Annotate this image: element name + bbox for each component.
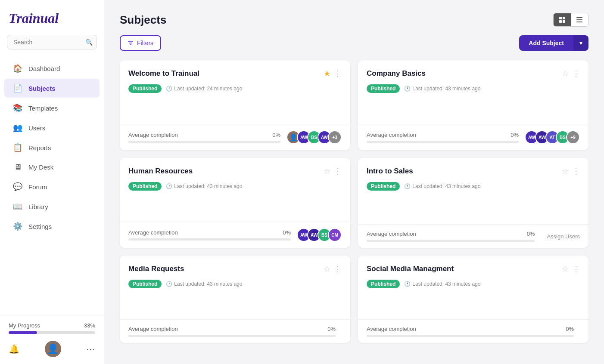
completion-pct: 0% (272, 132, 280, 138)
sidebar-item-forum[interactable]: 💬 Forum (4, 177, 100, 196)
sidebar: Trainual 🔍 🏠 Dashboard 📄 Subjects 📚 Temp… (0, 0, 104, 364)
card-icons: ☆ ⋮ (324, 167, 342, 176)
filters-button[interactable]: Filters (120, 35, 161, 51)
logo: Trainual (0, 0, 104, 35)
more-options-icon[interactable]: ⋮ (572, 69, 580, 78)
my-progress-pct: 33% (84, 322, 95, 329)
card-title: Company Basics (367, 69, 426, 78)
card-title-row: Human Resources ☆ ⋮ (128, 167, 342, 176)
subjects-icon: 📄 (13, 83, 22, 93)
library-icon: 📖 (13, 202, 22, 211)
clock-icon: 🕐 (404, 183, 411, 189)
status-badge: Published (128, 182, 162, 191)
card-top: Company Basics ☆ ⋮ Published 🕐 Last upda… (358, 60, 588, 124)
card-title-row: Company Basics ☆ ⋮ (367, 69, 580, 78)
card-top: Welcome to Trainual ★ ⋮ Published 🕐 Last… (120, 60, 350, 124)
avatars-group: 👤AWBSAW+3 (286, 130, 342, 144)
card-title: Intro to Sales (367, 167, 413, 176)
progress-bar-bg (9, 331, 95, 334)
card-bottom: Average completion 0% (358, 319, 588, 343)
forum-icon: 💬 (13, 182, 22, 191)
clock-icon: 🕐 (166, 86, 172, 92)
sidebar-item-subjects[interactable]: 📄 Subjects (4, 79, 100, 98)
main-content: Subjects Filters Add Subject ▾ Welcome (104, 0, 604, 364)
subject-card: Human Resources ☆ ⋮ Published 🕐 Last upd… (120, 158, 350, 248)
search-input[interactable] (7, 35, 97, 49)
dashboard-icon: 🏠 (13, 64, 22, 73)
completion-section: Average completion 0% (128, 132, 280, 143)
sidebar-item-dashboard[interactable]: 🏠 Dashboard (4, 59, 100, 78)
completion-section: Average completion 0% (367, 326, 574, 337)
last-updated: 🕐 Last updated: 43 minutes ago (404, 86, 480, 92)
completion-section: Average completion 0% (128, 326, 336, 337)
completion-label: Average completion (367, 326, 416, 332)
completion-bar-bg (367, 335, 574, 337)
card-title: Welcome to Trainual (128, 69, 199, 78)
more-options-icon[interactable]: ⋮ (572, 167, 580, 176)
last-updated: 🕐 Last updated: 43 minutes ago (166, 183, 242, 189)
sidebar-item-label: Users (28, 124, 45, 132)
user-avatar[interactable]: 👤 (45, 341, 61, 357)
star-icon[interactable]: ☆ (562, 264, 569, 274)
sidebar-item-label: Templates (28, 105, 58, 112)
card-top: Social Media Managment ☆ ⋮ Published 🕐 L… (358, 256, 588, 319)
sidebar-item-reports[interactable]: 📋 Reports (4, 138, 100, 157)
more-options-icon[interactable]: ⋮ (334, 167, 342, 176)
sidebar-item-users[interactable]: 👥 Users (4, 118, 100, 137)
view-toggle (553, 13, 588, 27)
completion-pct: 0% (511, 132, 519, 138)
star-icon[interactable]: ☆ (324, 167, 330, 176)
settings-icon: ⚙️ (13, 222, 22, 231)
add-subject-button[interactable]: Add Subject (519, 35, 573, 51)
star-icon[interactable]: ☆ (562, 69, 569, 78)
sidebar-item-library[interactable]: 📖 Library (4, 197, 100, 216)
more-options-icon[interactable]: ⋮ (334, 264, 342, 274)
card-top: Media Requests ☆ ⋮ Published 🕐 Last upda… (120, 256, 350, 319)
card-title: Human Resources (128, 167, 193, 176)
card-meta: Published 🕐 Last updated: 43 minutes ago (367, 280, 580, 288)
completion-label-row: Average completion 0% (128, 229, 291, 236)
sidebar-item-settings[interactable]: ⚙️ Settings (4, 217, 100, 236)
toolbar: Filters Add Subject ▾ (120, 35, 588, 51)
assign-users-text[interactable]: Assign Users (547, 233, 580, 240)
subject-card: Intro to Sales ☆ ⋮ Published 🕐 Last upda… (358, 158, 588, 248)
card-meta: Published 🕐 Last updated: 43 minutes ago (128, 182, 342, 191)
svg-rect-2 (559, 20, 562, 23)
star-icon[interactable]: ☆ (324, 264, 330, 274)
completion-label: Average completion (128, 132, 178, 138)
card-title-row: Social Media Managment ☆ ⋮ (367, 264, 580, 274)
my-progress-row: My Progress 33% (9, 322, 95, 329)
avatar: CM (328, 228, 342, 242)
star-icon[interactable]: ★ (324, 69, 330, 78)
clock-icon: 🕐 (404, 281, 411, 287)
sidebar-item-label: Settings (28, 223, 52, 230)
card-top: Human Resources ☆ ⋮ Published 🕐 Last upd… (120, 158, 350, 222)
more-options-icon[interactable]: ⋮ (334, 69, 342, 78)
bell-icon[interactable]: 🔔 (9, 344, 19, 354)
add-subject-dropdown-button[interactable]: ▾ (573, 35, 588, 51)
sidebar-footer: My Progress 33% 🔔 👤 ⋯ (0, 315, 104, 364)
svg-rect-0 (559, 17, 562, 19)
app-name: Trainual (9, 10, 59, 26)
more-options-icon[interactable]: ⋮ (572, 264, 580, 274)
clock-icon: 🕐 (166, 183, 172, 189)
last-updated: 🕐 Last updated: 24 minutes ago (166, 86, 242, 92)
card-meta: Published 🕐 Last updated: 43 minutes ago (128, 280, 342, 288)
card-bottom: Average completion 0% AWAWBSCM (120, 222, 350, 248)
main-header: Subjects (120, 13, 588, 27)
more-options-icon[interactable]: ⋯ (86, 344, 95, 354)
last-updated: 🕐 Last updated: 43 minutes ago (166, 281, 242, 287)
svg-rect-6 (576, 22, 582, 22)
sidebar-item-label: Library (28, 203, 48, 210)
sidebar-item-label: Forum (28, 183, 47, 191)
status-badge: Published (128, 84, 162, 93)
list-view-button[interactable] (571, 13, 588, 26)
completion-label-row: Average completion 0% (367, 231, 535, 237)
star-icon[interactable]: ☆ (562, 167, 569, 176)
card-bottom: Average completion 0% AWAWATBS+9 (358, 124, 588, 150)
page-title: Subjects (120, 13, 166, 27)
card-title-row: Media Requests ☆ ⋮ (128, 264, 342, 274)
grid-view-button[interactable] (554, 13, 571, 26)
sidebar-item-mydesk[interactable]: 🖥 My Desk (4, 158, 100, 176)
sidebar-item-templates[interactable]: 📚 Templates (4, 99, 100, 117)
